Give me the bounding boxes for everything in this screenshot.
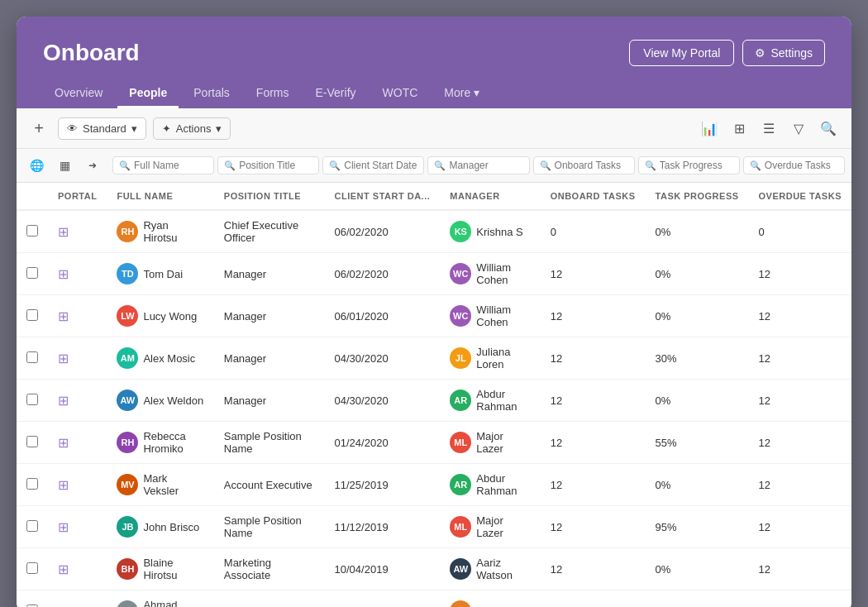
manager-avatar: WC — [450, 263, 471, 284]
search-icon-button[interactable]: 🔍 — [815, 115, 842, 141]
row-full-name-cell[interactable]: BH Blaine Hirotsu — [107, 548, 213, 590]
full-name[interactable]: Ahmad Davie — [143, 599, 203, 607]
manager-name[interactable]: Major Lazer — [476, 514, 530, 539]
view-my-portal-button[interactable]: View My Portal — [629, 40, 734, 66]
onboard-tasks-filter[interactable]: 🔍 — [533, 156, 635, 174]
row-checkbox[interactable] — [26, 225, 38, 237]
manager-name[interactable]: Abdur Rahman — [476, 472, 530, 497]
full-name[interactable]: Rebecca Hromiko — [143, 430, 203, 455]
row-checkbox-cell[interactable] — [17, 422, 48, 464]
row-checkbox[interactable] — [26, 436, 38, 447]
tab-overview[interactable]: Overview — [43, 79, 114, 108]
row-manager-cell[interactable]: ML Major Lazer — [440, 422, 540, 464]
row-manager-cell[interactable]: AR Abdur Rahman — [440, 464, 540, 506]
tab-everify[interactable]: E-Verify — [304, 79, 368, 108]
row-checkbox-cell[interactable] — [17, 295, 48, 337]
full-name-filter[interactable]: 🔍 — [112, 156, 214, 174]
row-checkbox[interactable] — [26, 605, 38, 608]
manager-name[interactable]: Krishna S — [476, 226, 522, 238]
row-manager-cell[interactable]: WC William Cohen — [440, 295, 540, 337]
full-name[interactable]: Tom Dai — [143, 268, 183, 280]
row-full-name-cell[interactable]: AD Ahmad Davie — [107, 590, 213, 608]
row-checkbox[interactable] — [26, 394, 38, 405]
tab-wotc[interactable]: WOTC — [371, 79, 430, 108]
row-manager-cell[interactable]: KS Krishna S — [440, 210, 540, 253]
row-manager-cell[interactable]: AB AJ Bravo — [440, 590, 540, 608]
tab-portals[interactable]: Portals — [182, 79, 241, 108]
row-full-name-cell[interactable]: JB John Brisco — [107, 506, 213, 548]
add-button[interactable]: + — [26, 116, 51, 141]
manager-name[interactable]: Aariz Watson — [476, 557, 530, 581]
manager-name[interactable]: Abdur Rahman — [476, 388, 530, 413]
row-checkbox-cell[interactable] — [17, 210, 48, 253]
tab-more[interactable]: More ▾ — [432, 79, 491, 108]
onboard-tasks-input[interactable] — [555, 160, 628, 171]
row-checkbox[interactable] — [26, 267, 38, 279]
manager-name[interactable]: William Cohen — [476, 261, 530, 286]
row-full-name-cell[interactable]: RH Ryan Hirotsu — [107, 210, 213, 253]
table-icon-button[interactable]: ☰ — [756, 115, 782, 141]
manager-name[interactable]: William Cohen — [476, 304, 530, 328]
full-name[interactable]: John Brisco — [143, 521, 199, 533]
row-full-name-cell[interactable]: LW Lucy Wong — [107, 295, 213, 337]
row-full-name-cell[interactable]: MV Mark Veksler — [107, 464, 213, 506]
manager-name[interactable]: Major Lazer — [476, 430, 530, 455]
row-manager-cell[interactable]: AW Aariz Watson — [440, 548, 540, 590]
row-checkbox[interactable] — [26, 478, 38, 490]
toolbar-icons: 📊 ⊞ ☰ ▽ 🔍 — [696, 115, 842, 141]
row-full-name-cell[interactable]: RH Rebecca Hromiko — [107, 422, 213, 464]
name-cell: JB John Brisco — [117, 516, 203, 538]
full-name[interactable]: Alex Mosic — [143, 352, 195, 365]
task-progress-filter[interactable]: 🔍 — [638, 156, 740, 174]
row-manager-cell[interactable]: WC William Cohen — [440, 253, 540, 295]
row-full-name-cell[interactable]: AW Alex Weldon — [107, 380, 213, 422]
row-full-name-cell[interactable]: TD Tom Dai — [107, 253, 213, 295]
row-checkbox-cell[interactable] — [17, 506, 48, 548]
table-row: ⊞ BH Blaine Hirotsu Marketing Associate … — [17, 548, 851, 590]
full-name[interactable]: Ryan Hirotsu — [143, 219, 203, 244]
search-icon: 🔍 — [645, 160, 656, 171]
task-progress-input[interactable] — [660, 160, 733, 171]
row-checkbox-cell[interactable] — [17, 380, 48, 422]
barcode-icon-button[interactable]: ▦ — [51, 152, 78, 179]
row-checkbox-cell[interactable] — [17, 253, 48, 295]
client-start-date-input[interactable] — [344, 160, 417, 171]
full-name[interactable]: Mark Veksler — [143, 472, 203, 497]
actions-button[interactable]: ✦ Actions ▾ — [153, 117, 231, 140]
manager-filter[interactable]: 🔍 — [427, 156, 529, 174]
globe-icon-button[interactable]: 🌐 — [23, 152, 50, 179]
avatar: AW — [117, 390, 138, 411]
full-name-input[interactable] — [134, 160, 207, 171]
arrow-icon-button[interactable]: ➜ — [79, 152, 106, 179]
app-container: Onboard View My Portal ⚙ Settings Overvi… — [17, 17, 851, 607]
filter-icon-button[interactable]: ▽ — [785, 115, 812, 141]
row-full-name-cell[interactable]: AM Alex Mosic — [107, 337, 213, 380]
manager-name[interactable]: Juliana Loren — [476, 346, 530, 370]
row-checkbox-cell[interactable] — [17, 337, 48, 380]
full-name[interactable]: Alex Weldon — [143, 394, 203, 407]
position-title-input[interactable] — [239, 160, 312, 171]
full-name[interactable]: Lucy Wong — [143, 310, 197, 323]
standard-select[interactable]: 👁 Standard ▾ — [58, 117, 146, 140]
row-checkbox[interactable] — [26, 520, 38, 532]
row-checkbox-cell[interactable] — [17, 590, 48, 608]
row-manager-cell[interactable]: ML Major Lazer — [440, 506, 540, 548]
full-name[interactable]: Blaine Hirotsu — [143, 557, 203, 581]
row-checkbox[interactable] — [26, 351, 38, 363]
overdue-tasks-filter[interactable]: 🔍 — [743, 156, 845, 174]
chart-icon-button[interactable]: 📊 — [696, 115, 723, 141]
manager-input[interactable] — [449, 160, 522, 171]
row-checkbox[interactable] — [26, 562, 38, 574]
row-checkbox-cell[interactable] — [17, 548, 48, 590]
row-manager-cell[interactable]: AR Abdur Rahman — [440, 380, 540, 422]
overdue-tasks-input[interactable] — [765, 160, 838, 171]
row-checkbox-cell[interactable] — [17, 464, 48, 506]
client-start-date-filter[interactable]: 🔍 — [322, 156, 424, 174]
row-checkbox[interactable] — [26, 309, 38, 321]
tab-people[interactable]: People — [117, 79, 179, 108]
settings-button[interactable]: ⚙ Settings — [742, 40, 825, 66]
tab-forms[interactable]: Forms — [245, 79, 301, 108]
columns-icon-button[interactable]: ⊞ — [726, 115, 752, 141]
row-manager-cell[interactable]: JL Juliana Loren — [440, 337, 540, 380]
position-title-filter[interactable]: 🔍 — [217, 156, 319, 174]
